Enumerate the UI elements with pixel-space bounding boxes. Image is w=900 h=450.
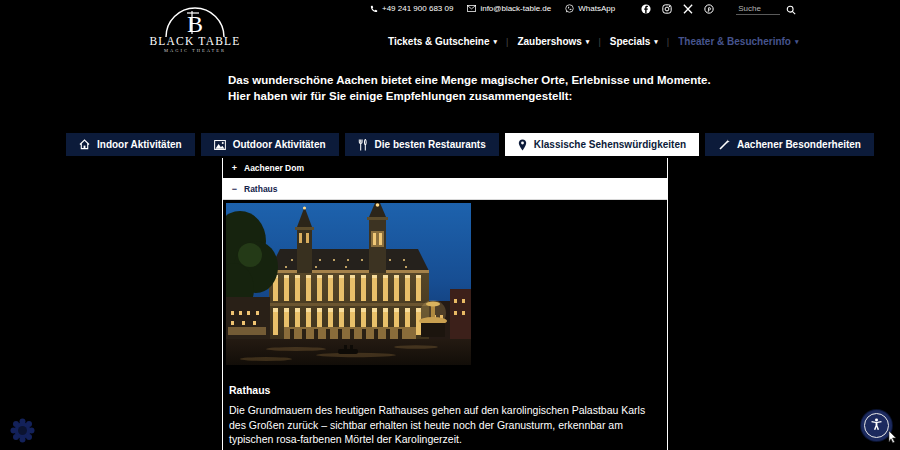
magic-wand-icon [718, 139, 730, 151]
email-address: info@black-table.de [480, 4, 551, 13]
logo-subtitle: MAGIC THEATER [148, 48, 242, 53]
main-navigation: Tickets & Gutscheine ▾ | Zaubershows ▾ |… [388, 36, 799, 47]
nav-separator: | [598, 37, 600, 47]
tab-outdoor-aktivitaeten[interactable]: Outdoor Aktivitäten [201, 133, 339, 156]
mouse-cursor [888, 429, 897, 447]
article-paragraph-1: Die Grundmauern des heutigen Rathauses g… [229, 403, 661, 447]
phone-number: +49 241 900 683 09 [382, 4, 453, 13]
plus-icon: + [231, 163, 238, 173]
tab-label: Indoor Aktivitäten [97, 139, 182, 150]
logo-arch-icon: B [148, 3, 242, 37]
accordion-label: Aachener Dom [244, 163, 304, 173]
social-links [641, 4, 714, 14]
email-link[interactable]: info@black-table.de [467, 4, 551, 13]
pinterest-icon[interactable] [704, 4, 714, 14]
search-icon[interactable] [786, 5, 796, 15]
page: B BLACK TABLE MAGIC THEATER +49 241 900 … [0, 0, 900, 450]
map-pin-icon [518, 139, 527, 151]
rathaus-night-photo [226, 203, 661, 369]
article-heading: Rathaus [229, 384, 655, 396]
nav-item-theater-besucherinfo[interactable]: Theater & Besucherinfo ▾ [678, 36, 798, 47]
chevron-down-icon: ▾ [586, 38, 590, 46]
intro-line-2: Hier haben wir für Sie einige Empfehlung… [228, 89, 711, 105]
chevron-down-icon: ▾ [494, 38, 498, 46]
accordion-item-aachener-dom[interactable]: + Aachener Dom [223, 158, 667, 179]
nav-item-zaubershows[interactable]: Zaubershows ▾ [517, 36, 589, 47]
tab-label: Outdoor Aktivitäten [233, 139, 326, 150]
nav-label: Specials [610, 36, 651, 47]
nav-label: Tickets & Gutscheine [388, 36, 490, 47]
utility-bar: +49 241 900 683 09 info@black-table.de W… [370, 2, 796, 15]
logo-title: BLACK TABLE [148, 35, 242, 47]
nav-separator: | [506, 37, 508, 47]
activity-tabs: Indoor Aktivitäten Outdoor Aktivitäten D… [66, 133, 874, 156]
chevron-down-icon: ▾ [654, 38, 658, 46]
tab-label: Aachener Besonderheiten [737, 139, 861, 150]
phone-link[interactable]: +49 241 900 683 09 [370, 4, 453, 13]
chevron-down-icon: ▾ [795, 38, 799, 46]
cookie-settings-button[interactable] [9, 417, 36, 444]
phone-icon [370, 5, 378, 13]
rathaus-article: Rathaus Die Grundmauern des heutigen Rat… [226, 384, 661, 450]
sights-accordion: + Aachener Dom − Rathaus [222, 158, 668, 450]
nav-item-specials[interactable]: Specials ▾ [610, 36, 658, 47]
accordion-panel-rathaus: Rathaus Die Grundmauern des heutigen Rat… [223, 200, 667, 450]
search-area [736, 3, 796, 15]
whatsapp-label: WhatsApp [578, 4, 615, 13]
tab-label: Die besten Restaurants [375, 139, 486, 150]
facebook-icon[interactable] [641, 4, 651, 14]
outdoor-icon [214, 140, 226, 150]
nav-label: Zaubershows [517, 36, 581, 47]
x-twitter-icon[interactable] [683, 4, 693, 14]
whatsapp-link[interactable]: WhatsApp [565, 4, 615, 13]
intro-line-1: Das wunderschöne Aachen bietet eine Meng… [228, 73, 711, 89]
intro-text: Das wunderschöne Aachen bietet eine Meng… [228, 73, 711, 104]
tab-aachener-besonderheiten[interactable]: Aachener Besonderheiten [705, 133, 874, 156]
search-input[interactable] [736, 3, 780, 15]
restaurant-icon [358, 139, 368, 151]
whatsapp-icon [565, 4, 574, 13]
tab-die-besten-restaurants[interactable]: Die besten Restaurants [345, 133, 499, 156]
minus-icon: − [231, 184, 238, 194]
site-logo[interactable]: B BLACK TABLE MAGIC THEATER [148, 3, 242, 53]
tab-indoor-aktivitaeten[interactable]: Indoor Aktivitäten [66, 133, 195, 156]
instagram-icon[interactable] [662, 4, 672, 14]
nav-item-tickets[interactable]: Tickets & Gutscheine ▾ [388, 36, 497, 47]
house-icon [79, 139, 90, 150]
accessibility-ring [864, 413, 889, 438]
nav-separator: | [667, 37, 669, 47]
envelope-icon [467, 5, 476, 12]
accordion-label: Rathaus [244, 184, 278, 194]
accordion-item-rathaus[interactable]: − Rathaus [223, 179, 667, 200]
tab-label: Klassische Sehenswürdigkeiten [534, 139, 686, 150]
nav-label: Theater & Besucherinfo [678, 36, 791, 47]
svg-text:B: B [187, 11, 203, 37]
tab-klassische-sehenswuerdigkeiten[interactable]: Klassische Sehenswürdigkeiten [505, 133, 699, 156]
